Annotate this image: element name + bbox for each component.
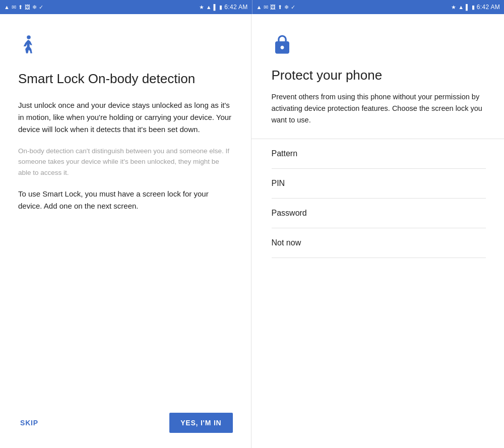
- person-icon-left: ▲: [4, 4, 10, 10]
- wifi-icon-right: ▲: [458, 4, 464, 10]
- walk-icon-container: [18, 34, 233, 60]
- mail-icon-right: ✉: [264, 4, 268, 11]
- time-right: 6:42 AM: [477, 4, 500, 11]
- right-panel-description: Prevent others from using this phone wit…: [272, 91, 486, 126]
- menu-item-password[interactable]: Password: [272, 199, 486, 228]
- walking-person-icon: [18, 34, 39, 58]
- left-panel-body-secondary: On-body detection can't distinguish betw…: [18, 146, 233, 178]
- snowflake-icon-right: ❄: [284, 4, 289, 11]
- yes-im-in-button[interactable]: YES, I'M IN: [169, 413, 232, 433]
- right-status-icons: ▲ ✉ 🖼 ⬆ ❄ ✓: [257, 4, 296, 11]
- svg-point-0: [27, 35, 31, 39]
- bluetooth-icon-left: ★: [199, 4, 204, 11]
- left-panel-title: Smart Lock On-body detection: [18, 71, 233, 87]
- signal-icon-right: ▌: [466, 4, 470, 10]
- left-panel: Smart Lock On-body detection Just unlock…: [0, 14, 251, 448]
- image-icon-right: 🖼: [270, 4, 276, 10]
- check-icon-right: ✓: [291, 4, 295, 11]
- upload-icon-left: ⬆: [18, 4, 23, 11]
- time-left: 6:42 AM: [224, 4, 247, 11]
- wifi-icon-left: ▲: [206, 4, 212, 10]
- signal-icon-left: ▌: [214, 4, 218, 10]
- snowflake-icon-left: ❄: [32, 4, 37, 11]
- lock-icon-container: [272, 34, 486, 57]
- bluetooth-icon-right: ★: [451, 4, 456, 11]
- status-bar-left: ▲ ✉ ⬆ 🖼 ❄ ✓ ★ ▲ ▌ ▮ 6:42 AM: [0, 0, 252, 14]
- menu-item-pin[interactable]: PIN: [272, 169, 486, 199]
- left-connectivity-icons: ★ ▲ ▌ ▮ 6:42 AM: [199, 4, 248, 11]
- image-icon-left: 🖼: [25, 4, 30, 10]
- mail-icon-left: ✉: [12, 4, 16, 11]
- main-content: Smart Lock On-body detection Just unlock…: [0, 14, 504, 448]
- right-panel: Protect your phone Prevent others from u…: [251, 14, 505, 448]
- left-panel-body-tertiary: To use Smart Lock, you must have a scree…: [18, 188, 233, 212]
- battery-icon-right: ▮: [472, 4, 475, 11]
- status-bar: ▲ ✉ ⬆ 🖼 ❄ ✓ ★ ▲ ▌ ▮ 6:42 AM ▲ ✉ 🖼 ⬆ ❄ ✓ …: [0, 0, 504, 14]
- left-status-icons: ▲ ✉ ⬆ 🖼 ❄ ✓: [4, 4, 43, 11]
- battery-icon-left: ▮: [219, 4, 222, 11]
- upload-icon-right: ⬆: [278, 4, 282, 11]
- left-panel-buttons: SKIP YES, I'M IN: [18, 413, 233, 433]
- right-connectivity-icons: ★ ▲ ▌ ▮ 6:42 AM: [451, 4, 500, 11]
- person-icon-right: ▲: [257, 4, 262, 10]
- menu-item-pattern[interactable]: Pattern: [272, 139, 486, 169]
- status-bar-right: ▲ ✉ 🖼 ⬆ ❄ ✓ ★ ▲ ▌ ▮ 6:42 AM: [253, 0, 505, 14]
- menu-item-not-now[interactable]: Not now: [272, 228, 486, 258]
- left-panel-body-primary: Just unlock once and your device stays u…: [18, 99, 233, 136]
- right-panel-title: Protect your phone: [272, 68, 486, 83]
- skip-button[interactable]: SKIP: [18, 415, 40, 431]
- check-icon-left: ✓: [39, 4, 43, 11]
- lock-icon: [272, 34, 293, 55]
